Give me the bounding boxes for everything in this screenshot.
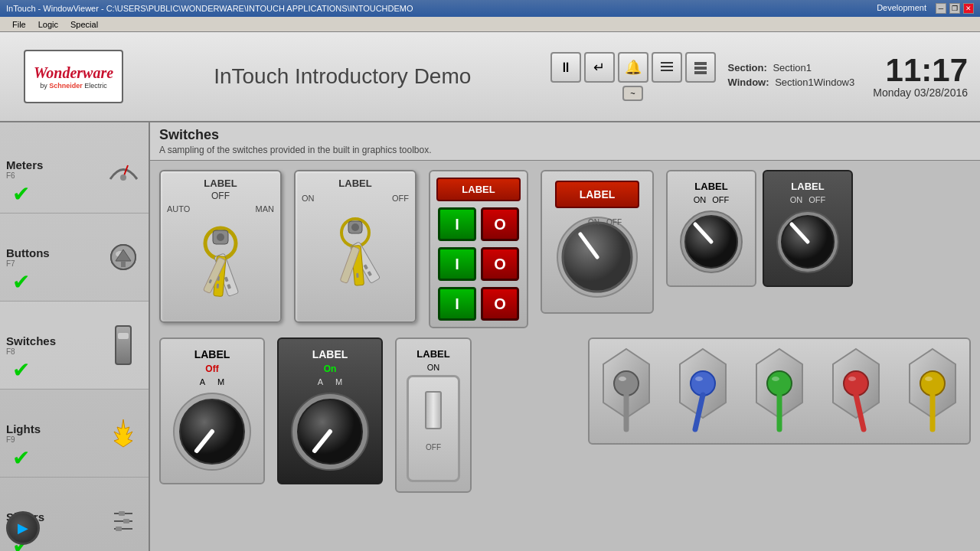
- titlebar-controls: Development ─ ❐ ✕: [877, 3, 974, 14]
- play-button[interactable]: ▶: [6, 511, 40, 545]
- svg-rect-13: [119, 511, 125, 516]
- rotary-left-off: OFF: [712, 195, 729, 204]
- io-label-button[interactable]: LABEL: [436, 178, 521, 201]
- rotary-right-svg: [773, 207, 842, 276]
- dual-rotary-area: LABEL ON OFF: [666, 170, 853, 287]
- io-label-text: LABEL: [462, 184, 495, 195]
- io-o-button-2[interactable]: O: [481, 247, 519, 281]
- io-btn-row-3: I O: [438, 287, 519, 321]
- minimize-button[interactable]: ─: [936, 3, 946, 14]
- svg-point-65: [767, 371, 792, 396]
- key-switch-2-pos-right: OFF: [392, 194, 409, 203]
- toggle-label-top: LABEL: [416, 348, 449, 360]
- io-i-button-2[interactable]: I: [438, 247, 476, 281]
- rotary-right[interactable]: LABEL ON OFF: [763, 170, 853, 287]
- date-display: Monday 03/28/2016: [873, 86, 968, 99]
- sidebar-item-lights[interactable]: Lights F9 ✔: [0, 390, 149, 478]
- selector-knob-2[interactable]: LABEL On A M: [277, 337, 383, 484]
- close-button[interactable]: ✕: [963, 3, 974, 14]
- svg-rect-34: [356, 273, 359, 278]
- key-switch-on-off[interactable]: LABEL ON OFF: [294, 170, 416, 323]
- key-switch-1-pos-left: AUTO: [167, 204, 190, 214]
- io-btn-row-2: I O: [438, 247, 519, 281]
- titlebar: InTouch - WindowViewer - C:\USERS\PUBLIC…: [0, 0, 980, 17]
- lever-yellow-svg: [902, 345, 963, 437]
- lever-switch-gray[interactable]: [596, 345, 657, 437]
- lever-switch-red[interactable]: [825, 345, 887, 437]
- selector-2-state: On: [324, 364, 337, 374]
- rotary-dial-svg[interactable]: ON OFF: [551, 211, 643, 303]
- buttons-check: ✔: [12, 269, 30, 295]
- sidebar-item-switches[interactable]: Switches F8 ✔: [0, 302, 149, 390]
- nav-label-buttons: Buttons: [6, 246, 50, 259]
- nav-label-meters: Meters: [6, 158, 43, 171]
- list-button[interactable]: [652, 52, 682, 83]
- switch-row-2: LABEL Off A M: [159, 337, 971, 493]
- selector-1-state: Off: [205, 364, 218, 374]
- selector-1-label: LABEL: [194, 348, 230, 360]
- content-title: Switches: [159, 127, 971, 143]
- nav-fn-meters: F6: [6, 171, 15, 180]
- selector-2-m: M: [335, 377, 342, 386]
- nav-fn-buttons: F7: [6, 259, 15, 268]
- rotary-right-on: ON: [790, 195, 803, 204]
- selector-1-a: A: [200, 377, 205, 386]
- sidebar: Meters F6 ✔ Buttons F7: [0, 122, 150, 551]
- rotary-label-display[interactable]: LABEL: [555, 181, 639, 208]
- titlebar-text: InTouch - WindowViewer - C:\USERS\PUBLIC…: [6, 4, 413, 13]
- selector-knob-1[interactable]: LABEL Off A M: [159, 337, 265, 484]
- nav-fn-switches: F8: [6, 347, 15, 356]
- sidebar-item-meters[interactable]: Meters F6 ✔: [0, 126, 149, 214]
- nav-label-switches: Switches: [6, 334, 56, 347]
- nav-item-left-meters: Meters F6: [6, 158, 104, 180]
- slider-svg-icon: [108, 506, 139, 536]
- svg-point-61: [691, 371, 715, 396]
- bell-button[interactable]: 🔔: [618, 52, 648, 83]
- pause-button[interactable]: ⏸: [550, 52, 581, 83]
- rotary-right-positions: ON OFF: [790, 195, 826, 204]
- main-layout: Meters F6 ✔ Buttons F7: [0, 122, 980, 551]
- trend-label: ~: [630, 89, 635, 98]
- lever-switch-yellow[interactable]: [902, 345, 963, 437]
- buttons-icon-area: [104, 234, 142, 280]
- toggle-off-label: OFF: [426, 443, 441, 452]
- sidebar-item-buttons[interactable]: Buttons F7 ✔: [0, 214, 149, 302]
- trend-button[interactable]: ~: [622, 86, 642, 101]
- menu-file[interactable]: File: [6, 20, 32, 29]
- meters-check: ✔: [12, 181, 30, 207]
- svg-rect-10: [121, 261, 126, 267]
- svg-point-66: [772, 377, 779, 381]
- step-button[interactable]: ↵: [584, 52, 615, 83]
- key-switch-auto-man[interactable]: LABEL OFF AUTO MAN: [159, 170, 282, 323]
- wall-toggle-switch[interactable]: LABEL ON OFF: [395, 337, 472, 493]
- switch-icon: [115, 325, 132, 365]
- stack-icon: [693, 60, 708, 75]
- toolbar-area: ⏸ ↵ 🔔 ~: [550, 52, 716, 101]
- rotary-left[interactable]: LABEL ON OFF: [666, 170, 756, 287]
- lever-switch-blue[interactable]: [672, 345, 733, 437]
- lever-switch-green[interactable]: [749, 345, 810, 437]
- rotary-left-svg: [677, 207, 746, 276]
- io-i-button[interactable]: I: [438, 207, 476, 241]
- restore-button[interactable]: ❐: [949, 3, 960, 14]
- selector-1-m: M: [217, 377, 224, 386]
- io-i-button-3[interactable]: I: [438, 287, 476, 321]
- io-o-button-3[interactable]: O: [481, 287, 519, 321]
- svg-point-69: [844, 371, 868, 396]
- toggle-nub: [425, 391, 442, 429]
- menu-logic[interactable]: Logic: [32, 20, 64, 29]
- menu-special[interactable]: Special: [64, 20, 104, 29]
- stack-button[interactable]: [685, 52, 716, 83]
- section-value: Section1: [773, 62, 812, 73]
- key-switch-1-label: LABEL: [204, 178, 237, 189]
- button-svg-icon: [108, 242, 139, 272]
- nav-item-left-lights: Lights F9: [6, 422, 104, 444]
- lights-check: ✔: [12, 445, 30, 471]
- switches-check: ✔: [12, 357, 30, 383]
- logo-box: Wonderware by Schneider Electric: [24, 50, 123, 103]
- meters-icon-area: [104, 146, 142, 192]
- dev-label: Development: [877, 3, 926, 14]
- io-o-button[interactable]: O: [481, 207, 519, 241]
- key-switch-2-label: LABEL: [338, 178, 371, 189]
- nav-item-left-buttons: Buttons F7: [6, 246, 104, 268]
